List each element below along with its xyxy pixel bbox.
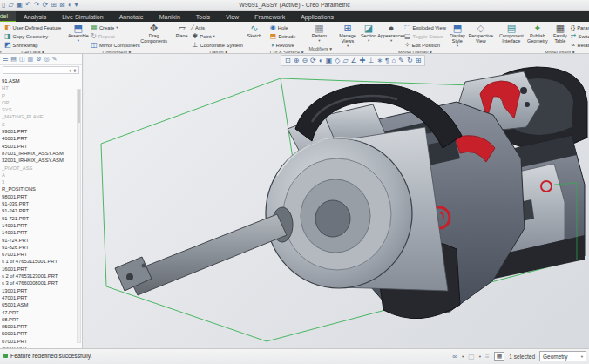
exploded-view-button[interactable]: ⬚Exploded View [404,24,446,31]
tree-item[interactable]: 67001.PRT [2,251,82,258]
tree-item[interactable]: 47001.PRT [2,294,82,301]
tree-item[interactable]: 91-039.PRT [2,200,82,207]
ribbon-tab[interactable]: Framework [247,11,293,22]
tree-item[interactable]: A [2,172,82,179]
layer-tree-icon[interactable]: ▤ [10,56,17,63]
tree-item[interactable]: P [2,92,82,99]
edit-position-button[interactable]: ✧Edit Position [404,41,446,49]
tree-item[interactable]: 45001.PRT [2,143,82,150]
show-icon[interactable]: ◎ [44,56,49,63]
ribbon-tab[interactable]: Live Simulation [54,11,111,22]
orient-icon[interactable]: ↻ [407,56,413,65]
ribbon-tab[interactable]: Applications [293,11,342,22]
ribbon-tab[interactable]: Model [0,11,16,22]
tree-item[interactable]: SYS [2,106,82,113]
spin-center-icon[interactable]: ∗ [376,56,383,65]
tree-item[interactable]: 05001.PRT [2,323,82,330]
coordinate-system-button[interactable]: ⊥Coordinate System [193,41,243,49]
plane-display-icon[interactable]: ▱ [342,56,348,65]
tree-item[interactable]: HT [2,84,82,91]
list-icon[interactable]: ≡ [485,353,490,361]
toggle-status-button[interactable]: ⬓Toggle Status [404,32,446,40]
sketch-button[interactable]: ∿Sketch [244,23,265,49]
point-display-icon[interactable]: ✚ [360,56,366,65]
mirror-component-button[interactable]: ◫Mirror Component [91,41,139,49]
zoom-out-icon[interactable]: ⊖ [301,56,308,65]
ribbon-tab[interactable]: Analysis [16,11,54,22]
repaint-icon[interactable]: ⟳ [310,56,316,65]
component-interface-button[interactable]: ▤Component Interface [498,23,525,49]
plane-button[interactable]: ▱Plane [173,23,192,49]
pattern-button[interactable]: ▦Pattern▾ [308,23,329,45]
filter-icon[interactable]: ◫ [19,56,25,63]
create-button[interactable]: ▦Create▾ [91,24,139,31]
ribbon-tab[interactable]: Annotate [112,11,152,22]
drag-components-button[interactable]: ✥Drag Components [141,23,167,49]
group-label-modifiers[interactable]: Modifiers ▾ [307,45,334,53]
tree-columns-icon[interactable]: ▥ [28,56,34,63]
tree-item[interactable]: S [2,121,82,128]
relations-button[interactable]: ∝Relations [571,41,589,49]
axis-button[interactable]: ∕Axis [193,24,243,31]
annotation-display-icon[interactable]: ¶ [385,56,389,65]
tree-item[interactable]: _PIVOT_ASS [2,165,82,172]
csys-display-icon[interactable]: ⊥ [368,56,374,65]
family-table-button[interactable]: ▦Family Table [551,23,570,49]
manage-views-button[interactable]: ⊞Manage Views▾ [337,23,358,49]
tree-item[interactable]: 14001.PRT [2,222,82,229]
add-filter-icon[interactable]: ✚ [73,68,77,73]
tree-item[interactable]: R_POSITIONS [2,185,82,192]
tree-item[interactable]: s 1 of 47653115001.PRT [2,258,82,265]
perspective-icon[interactable]: ⌂ [391,56,396,65]
tree-scrollbar-thumb[interactable] [78,90,80,123]
tree-item[interactable]: 46001.PRT [2,135,82,142]
sketch-display-icon[interactable]: ✎ [398,56,404,65]
appearances-button[interactable]: ●Appearances▾ [379,23,403,49]
tree-view-icon[interactable]: ☰ [3,56,8,63]
settings-icon[interactable]: ⚙ [36,56,41,63]
tree-item[interactable]: 91-826.PRT [2,244,82,251]
tree-item[interactable]: 98001.PRT [2,193,82,200]
tree-item[interactable]: 32001_IRHKIX_ASSY.ASM [2,157,82,164]
ribbon-tab[interactable]: Tools [188,11,218,22]
axis-display-icon[interactable]: ∠ [351,56,357,65]
tree-item[interactable]: 13001.PRT [2,287,82,294]
point-button[interactable]: ✱Point▾ [193,32,243,40]
tree-item[interactable]: s 3 of 47660008001.PRT [2,280,82,286]
shading-icon[interactable]: ◐ [319,56,323,65]
tree-filter-input[interactable]: ▾ ✚ [3,66,79,74]
caret-icon[interactable]: ▾ [462,354,464,359]
selection-filter-select[interactable]: Geometry ▾ [539,351,586,361]
tree-item[interactable]: 47.PRT [2,309,82,316]
section-button[interactable]: ◪Section▾ [359,23,378,49]
shrinkwrap-button[interactable]: ◩Shrinkwrap [4,41,61,49]
tree-item[interactable]: _MATING_PLANE [2,113,82,120]
copy-geometry-button[interactable]: ◨Copy Geometry [4,32,61,40]
tree-item[interactable]: 16001.PRT [2,266,82,273]
publish-geometry-button[interactable]: ✦Publish Geometry [525,23,550,49]
hole-button[interactable]: ◉Hole [270,24,296,31]
assemble-button[interactable]: ⬒Assemble▾ [66,23,90,49]
display-style-icon[interactable]: ▣ [326,56,333,65]
tree-item[interactable]: 91-247.PRT [2,207,82,214]
tree-item[interactable]: 14001.PRT [2,229,82,236]
chevron-down-icon[interactable]: ▾ [69,68,71,73]
tree-item[interactable]: 91.ASM [2,78,82,84]
tree-item[interactable]: 91-721.PRT [2,215,82,222]
display-style-button[interactable]: ⬒Display Style▾ [447,23,468,49]
tree-item[interactable]: s 2 of 47653123001.PRT [2,273,82,280]
zoom-in-icon[interactable]: ⊕ [294,56,300,65]
caret-icon[interactable]: ▾ [479,354,481,359]
tree-item[interactable]: 87001_IRHKIX_ASSY.ASM [2,150,82,157]
ribbon-tab[interactable]: Manikin [152,11,188,22]
tree-item[interactable]: 91-724.PRT [2,237,82,244]
tree-item[interactable]: 50001.PRT [2,330,82,337]
switch-dimensions-button[interactable]: ⇄Switch Dimensions [571,32,589,40]
group-label-operations[interactable]: Operations ▾ [0,49,1,53]
find-icon[interactable]: ∞ [452,353,457,361]
select-box-icon[interactable]: ▢ [468,353,475,361]
refit-icon[interactable]: ⊡ [285,56,291,65]
tree-item[interactable]: 08.PRT [2,316,82,323]
tree-item[interactable]: 65001.ASM [2,301,82,308]
tree-scrollbar[interactable] [77,89,81,343]
